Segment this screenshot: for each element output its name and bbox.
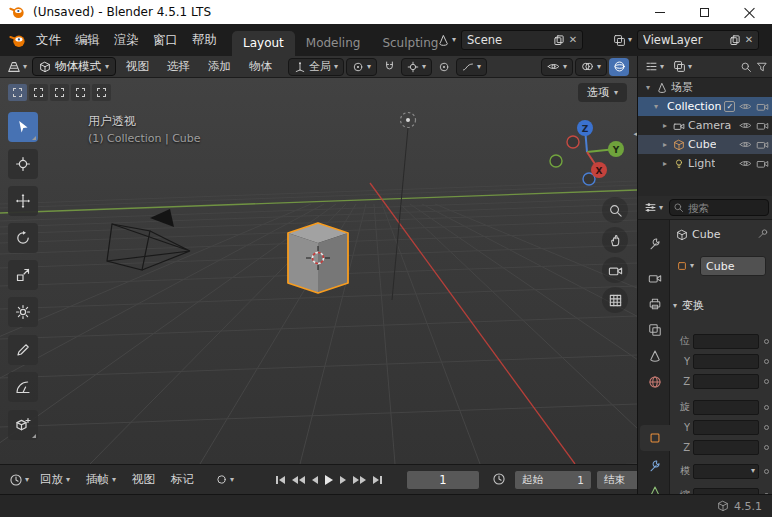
prev-keyframe-button[interactable] [290,474,307,486]
expand-icon[interactable]: ▸ [660,159,670,168]
hide-eye-icon[interactable] [739,119,752,132]
hide-eye-icon[interactable] [739,100,752,113]
proportional-editing-toggle[interactable] [434,58,454,76]
outliner-row-light[interactable]: ▸ Light [638,154,772,173]
tab-object[interactable] [640,425,670,451]
keyframe-dot[interactable] [764,469,769,474]
outliner-row-cube[interactable]: ▸ Cube [638,135,772,154]
jump-to-end-button[interactable] [371,474,384,486]
gizmo-neg-x-ball[interactable] [567,136,579,148]
snap-settings-dropdown[interactable]: ▾ [401,58,432,76]
pivot-dropdown[interactable]: ▾ [346,58,377,76]
menu-help[interactable]: 帮助 [185,24,224,56]
gizmo-neg-y-ball[interactable] [550,155,562,167]
camera-view-button[interactable] [602,257,628,283]
minimize-button[interactable] [637,0,682,24]
keyframe-dot[interactable] [764,425,769,430]
keyframe-dot[interactable] [764,359,769,364]
snap-toggle[interactable] [379,58,399,76]
render-camera-icon[interactable] [756,138,769,151]
menu-timeline-view[interactable]: 视图 [124,472,163,487]
expand-icon[interactable]: ▸ [660,140,670,149]
outliner-row-scene[interactable]: ▾ 场景 [638,78,772,97]
outliner-display-mode-button[interactable]: ▾ [670,58,695,75]
hide-eye-icon[interactable] [739,157,752,170]
next-keyframe-button[interactable] [351,474,368,486]
tool-measure[interactable] [8,372,38,402]
viewlayer-datablock[interactable]: ViewLayer ✕ [637,30,759,50]
mode-dropdown[interactable]: 物体模式 ▾ [32,57,116,76]
shading-solid-toggle[interactable] [609,58,629,76]
use-preview-range-icon[interactable] [492,472,506,486]
select-mode-intersect-button[interactable] [92,84,111,101]
cube-object[interactable] [288,223,348,293]
outliner-row-collection[interactable]: ▾ Collection ✓ [638,97,772,116]
menu-keying[interactable]: 插帧 ▾ [78,472,124,487]
render-camera-icon[interactable] [756,157,769,170]
menu-file[interactable]: 文件 [29,24,68,56]
tool-scale[interactable] [8,260,38,290]
menu-object[interactable]: 物体 [241,59,280,74]
current-frame-input[interactable]: 1 [406,470,480,490]
jump-to-start-button[interactable] [274,474,287,486]
keyframe-dot[interactable] [764,445,769,450]
unlink-scene-icon[interactable]: ✕ [569,35,577,45]
remove-viewlayer-icon[interactable]: ✕ [745,35,753,45]
tab-tool[interactable] [640,231,670,257]
rotation-y-input[interactable] [693,420,759,435]
tab-view-layer[interactable] [640,317,670,343]
frame-end-input[interactable]: 结束 [596,470,637,490]
menu-window[interactable]: 窗口 [146,24,185,56]
3d-viewport[interactable]: Z Y X 选项 ▾ 用户透视 (1) Collection | Cube [0,78,637,464]
pan-button[interactable] [602,227,628,253]
maximize-button[interactable] [682,0,727,24]
new-viewlayer-icon[interactable] [729,34,741,46]
keyframe-dot[interactable] [764,339,769,344]
workspace-tab-layout[interactable]: Layout [232,31,295,56]
play-reverse-button[interactable] [310,474,320,486]
tab-render[interactable] [640,265,670,291]
tab-world[interactable] [640,369,670,395]
outliner-row-camera[interactable]: ▸ Camera [638,116,772,135]
menu-markers[interactable]: 标记 [163,472,202,487]
select-mode-subtract-button[interactable] [50,84,69,101]
rotation-z-input[interactable] [693,440,759,455]
select-mode-invert-button[interactable] [71,84,90,101]
new-scene-icon[interactable] [553,34,565,46]
object-browse-button[interactable]: ▾ [673,258,697,274]
viewlayer-browse-button[interactable]: ▾ [610,32,635,49]
location-x-input[interactable] [693,334,759,349]
tool-options-dropdown[interactable]: 选项 ▾ [578,83,627,102]
timeline-editor-type-button[interactable]: ▾ [6,471,32,489]
tool-cursor[interactable] [8,149,38,179]
location-y-input[interactable] [693,354,759,369]
orientation-dropdown[interactable]: 全局 ▾ [288,58,344,76]
next-frame-button[interactable] [338,474,348,486]
menu-add[interactable]: 添加 [200,59,239,74]
workspace-tab-modeling[interactable]: Modeling [295,31,372,56]
menu-view[interactable]: 视图 [118,59,157,74]
close-button[interactable] [727,0,772,24]
tool-add-cube[interactable] [8,410,38,440]
tool-transform[interactable] [8,297,38,327]
object-name-input[interactable]: Cube [700,256,766,276]
menu-select[interactable]: 选择 [159,59,198,74]
scene-browse-button[interactable]: ▾ [434,32,459,49]
tab-scene[interactable] [640,343,670,369]
keyframe-dot[interactable] [764,405,769,410]
search-icon[interactable] [740,61,752,73]
scene-datablock[interactable]: Scene ✕ [461,30,583,50]
rotation-x-input[interactable] [693,400,759,415]
expand-icon[interactable]: ▾ [643,83,653,92]
navigation-gizmo[interactable]: Z Y X [550,120,624,185]
filter-funnel-icon[interactable] [756,61,768,73]
tab-output[interactable] [640,291,670,317]
render-camera-icon[interactable] [756,119,769,132]
zoom-button[interactable] [602,197,628,223]
collection-checkbox[interactable]: ✓ [724,101,735,112]
tab-data[interactable] [640,479,670,494]
falloff-dropdown[interactable]: ▾ [456,58,487,76]
frame-start-input[interactable]: 起始 1 [514,470,592,490]
hide-eye-icon[interactable] [739,138,752,151]
outliner-editor-type-button[interactable]: ▾ [642,58,667,75]
